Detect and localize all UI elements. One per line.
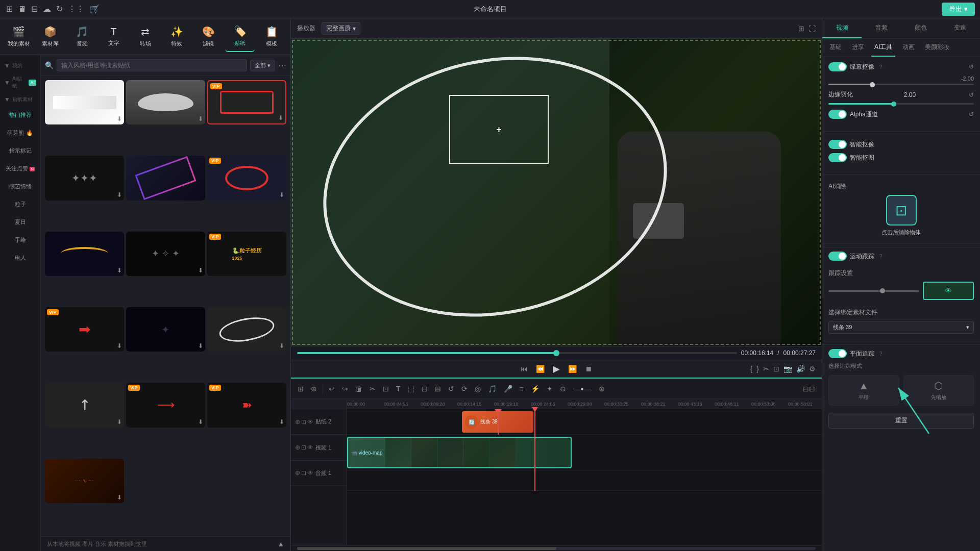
- collapse-assets-btn[interactable]: ▲: [277, 540, 284, 548]
- motion-track-help[interactable]: ?: [879, 254, 883, 259]
- settings-button[interactable]: ⚙: [809, 365, 816, 373]
- alpha-toggle[interactable]: [828, 110, 847, 119]
- search-input[interactable]: [57, 59, 247, 71]
- icon-cloud[interactable]: ☁: [43, 4, 51, 14]
- tl-video-eye-icon[interactable]: 👁: [307, 444, 313, 451]
- nav-item-particles[interactable]: 粒子: [2, 196, 38, 212]
- tl-more2[interactable]: ⊞: [432, 383, 444, 394]
- nav-item-bear[interactable]: 萌芽熊 🔥: [2, 125, 38, 141]
- nav-item-electric[interactable]: 电人: [2, 250, 38, 266]
- track-slider-thumb[interactable]: [880, 288, 885, 293]
- asset-item-spiral[interactable]: [126, 156, 205, 200]
- stop-button[interactable]: ⏹: [585, 365, 592, 373]
- tool-templates[interactable]: 📋 模板: [257, 21, 286, 52]
- tab-audio[interactable]: 音频: [862, 18, 901, 38]
- tl-rotate[interactable]: ↺: [446, 383, 457, 394]
- nav-arrow-stickers[interactable]: ▼: [4, 96, 10, 103]
- tl-copy[interactable]: ⊡: [380, 383, 391, 394]
- tl-mic[interactable]: 🎤: [501, 383, 515, 394]
- timeline-scroll-track[interactable]: [297, 547, 816, 550]
- tl-video-add-icon[interactable]: ⊕: [295, 444, 300, 451]
- preview-split-icon[interactable]: ⊞: [798, 24, 804, 33]
- icon-cart[interactable]: 🛒: [89, 4, 100, 14]
- tl-cut[interactable]: ✂: [367, 383, 378, 394]
- tool-text[interactable]: T 文字: [99, 21, 129, 52]
- flat-track-help[interactable]: ?: [879, 351, 883, 357]
- nav-item-like[interactable]: 关注点赞 N: [2, 161, 38, 177]
- flat-track-toggle[interactable]: [828, 349, 847, 358]
- nav-item-hot[interactable]: 热门推荐: [2, 107, 38, 123]
- slider-track[interactable]: [828, 84, 974, 85]
- tl-undo[interactable]: ↩: [326, 383, 337, 394]
- nav-item-handdrawn[interactable]: 手绘: [2, 232, 38, 248]
- frame-back-button[interactable]: ⏪: [536, 365, 545, 373]
- asset-item-red-box[interactable]: VIP ⬇: [207, 80, 286, 124]
- asset-item-yellow-arc[interactable]: ⬇: [45, 232, 124, 276]
- smart-face-toggle[interactable]: [828, 140, 847, 149]
- green-screen-toggle[interactable]: [828, 62, 847, 71]
- icon-refresh[interactable]: ↻: [56, 4, 63, 14]
- nav-arrow-ai[interactable]: ▼: [4, 79, 10, 86]
- tl-filter[interactable]: ◎: [472, 383, 483, 394]
- tl-zoom-out[interactable]: ⊖: [557, 383, 569, 394]
- tl-track-sticker[interactable]: 🔄 线条 39: [347, 409, 822, 435]
- tl-audio-eye-icon[interactable]: 👁: [307, 469, 313, 477]
- slider-thumb[interactable]: [870, 82, 875, 87]
- edge-feather-thumb[interactable]: [891, 102, 896, 107]
- reset-button[interactable]: 重置: [828, 413, 974, 429]
- mark-in-button[interactable]: {: [750, 365, 753, 373]
- icon-home[interactable]: ⊞: [6, 4, 13, 14]
- quality-selector[interactable]: 完整画质 ▾: [322, 22, 360, 35]
- tl-redo[interactable]: ↪: [339, 383, 351, 394]
- asset-item-red-circle[interactable]: VIP ⬇: [207, 156, 286, 200]
- sub-tab-animation[interactable]: 动画: [899, 39, 918, 57]
- sub-tab-beauty[interactable]: 美颜彩妆: [922, 39, 952, 57]
- ai-erase-button[interactable]: ⊡: [886, 195, 917, 226]
- tool-stickers[interactable]: 🏷️ 贴纸: [225, 21, 255, 52]
- icon-monitor[interactable]: 🖥: [18, 5, 26, 14]
- snapshot-button[interactable]: 📷: [783, 365, 792, 373]
- asset-item-stars[interactable]: ✦✦✦ ⬇: [45, 156, 124, 200]
- tool-assets[interactable]: 📦 素材库: [36, 21, 65, 52]
- audio-button[interactable]: 🔊: [796, 365, 805, 373]
- nav-item-summer[interactable]: 夏日: [2, 214, 38, 230]
- tool-effects[interactable]: ✨ 特效: [162, 21, 191, 52]
- skip-back-button[interactable]: ⏮: [521, 365, 528, 373]
- tool-transitions[interactable]: ⇄ 转场: [131, 21, 160, 52]
- tl-effect[interactable]: ✦: [544, 383, 555, 394]
- asset-item-red-arrow3[interactable]: VIP ➽ ⬇: [207, 383, 286, 427]
- tab-color[interactable]: 颜色: [901, 18, 941, 38]
- tl-tool-magnet[interactable]: ⊕: [308, 383, 320, 394]
- tl-layout[interactable]: ⊟⊟: [800, 383, 818, 394]
- tl-mute-icon[interactable]: 👁: [307, 418, 313, 425]
- tl-track-video[interactable]: 📹 video-map: [347, 435, 822, 470]
- flat-mode-scale[interactable]: ⬡ 先缩放: [903, 375, 974, 406]
- asset-item-orange-dust[interactable]: ⋯ ∿ ⋯ ⬇: [45, 459, 124, 503]
- export-button[interactable]: 导出 ▾: [942, 3, 975, 16]
- tl-tool-grid[interactable]: ⊞: [295, 383, 306, 394]
- edge-feather-reset[interactable]: ↺: [969, 91, 974, 98]
- sub-tab-basic[interactable]: 基础: [826, 39, 845, 57]
- tab-video[interactable]: 视频: [822, 18, 862, 38]
- asset-item-white-ellipse[interactable]: ⬇: [207, 307, 286, 352]
- crop-button[interactable]: ✂: [763, 365, 769, 373]
- tool-audio[interactable]: 🎵 音频: [67, 21, 97, 52]
- more-options-button[interactable]: ⋯: [278, 61, 286, 70]
- flat-mode-translate[interactable]: ▲ 平移: [828, 375, 899, 406]
- tl-delete[interactable]: 🗑: [353, 383, 365, 394]
- play-button[interactable]: ▶: [553, 363, 560, 374]
- timeline-scroll-thumb[interactable]: [297, 547, 556, 550]
- asset-item-red-arrow[interactable]: VIP ➡ ⬇: [45, 307, 124, 352]
- pip-button[interactable]: ⊡: [773, 365, 779, 373]
- tl-track-audio[interactable]: [347, 470, 822, 491]
- track-preview-box[interactable]: 👁: [923, 282, 974, 300]
- tl-text[interactable]: T: [394, 383, 403, 394]
- motion-track-toggle[interactable]: [828, 252, 847, 261]
- tool-filters[interactable]: 🎨 滤镜: [193, 21, 223, 52]
- preview-fullscreen-icon[interactable]: ⛶: [808, 24, 816, 33]
- smart-portrait-toggle[interactable]: [828, 153, 847, 162]
- timeline-scrollbar[interactable]: [291, 545, 822, 551]
- bind-asset-select[interactable]: 线条 39 ▾: [828, 321, 974, 334]
- tool-my-assets[interactable]: 🎬 我的素材: [4, 21, 34, 52]
- green-screen-help[interactable]: ?: [879, 64, 883, 70]
